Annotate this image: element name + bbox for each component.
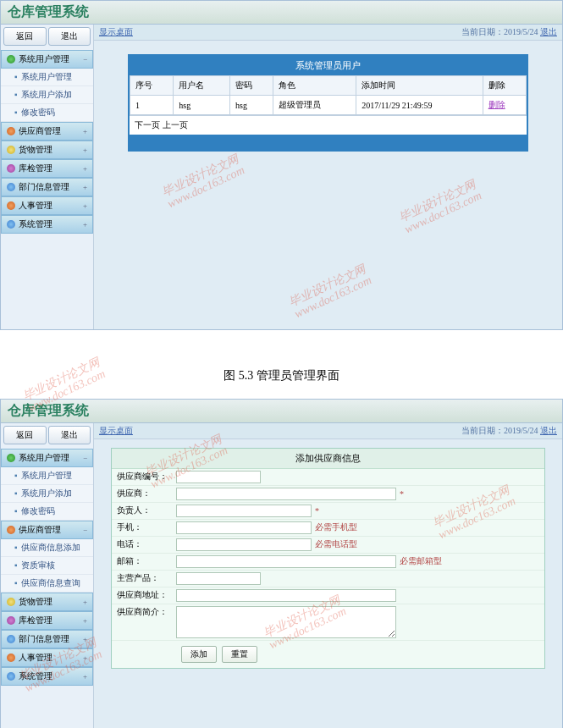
label-addr: 供应商地址： — [117, 589, 176, 601]
table-cell: 2017/11/29 21:49:59 — [356, 96, 483, 115]
nav-item[interactable]: 系统用户添加 — [1, 485, 93, 503]
folder-icon — [7, 127, 15, 135]
nav-section-label: 库检管理 — [19, 163, 83, 174]
show-desktop-link[interactable]: 显示桌面 — [99, 425, 133, 437]
table-header: 序号 — [130, 76, 174, 96]
input-tel[interactable] — [176, 538, 312, 551]
logout-link[interactable]: 退出 — [540, 27, 557, 36]
nav-item[interactable]: 供应商信息添加 — [1, 539, 93, 557]
expand-icon: + — [83, 164, 87, 173]
expand-icon: + — [83, 201, 87, 210]
delete-link[interactable]: 删除 — [488, 100, 505, 109]
nav-item[interactable]: 修改密码 — [1, 503, 93, 521]
sidebar: 返回 退出 系统用户管理−系统用户管理系统用户添加修改密码供应商管理−供应商信息… — [1, 423, 94, 728]
label-tel: 电话： — [117, 538, 176, 550]
date-display: 当前日期：2019/5/24 退出 — [461, 26, 557, 38]
nav-section-head[interactable]: 供应商管理+ — [1, 122, 93, 141]
label-owner: 负责人： — [117, 505, 176, 516]
input-biz[interactable] — [176, 572, 261, 585]
input-code[interactable] — [176, 471, 261, 483]
nav-item[interactable]: 系统用户管理 — [1, 467, 93, 485]
watermark: 毕业设计论文网www.doc163.com — [287, 262, 373, 322]
nav-section-label: 货物管理 — [19, 144, 83, 156]
nav-section-head[interactable]: 人事管理+ — [1, 648, 93, 667]
table-row: 1hsghsg超级管理员2017/11/29 21:49:59删除 — [130, 96, 527, 115]
mobile-hint: 必需手机型 — [315, 521, 357, 533]
nav-section-head[interactable]: 系统用户管理− — [1, 449, 93, 467]
input-intro[interactable] — [176, 606, 396, 638]
nav-section-head[interactable]: 部门信息管理+ — [1, 630, 93, 648]
nav-section-label: 系统管理 — [19, 670, 83, 682]
main-area: 显示桌面 当前日期：2019/5/24 退出 系统管理员用户 序号用户名密码角色… — [94, 25, 562, 329]
nav-section-label: 库检管理 — [19, 615, 83, 626]
nav-item[interactable]: 系统用户添加 — [1, 86, 93, 104]
nav-section-head[interactable]: 系统管理+ — [1, 667, 93, 686]
show-desktop-link[interactable]: 显示桌面 — [99, 26, 133, 38]
input-addr[interactable] — [176, 589, 396, 602]
expand-icon: + — [83, 672, 87, 681]
expand-icon: + — [83, 654, 87, 662]
nav-section-head[interactable]: 部门信息管理+ — [1, 178, 93, 196]
app-window-supplier: 仓库管理系统 返回 退出 系统用户管理−系统用户管理系统用户添加修改密码供应商管… — [0, 399, 563, 728]
input-email[interactable] — [176, 555, 396, 568]
expand-icon: + — [83, 183, 87, 191]
nav-section-head[interactable]: 库检管理+ — [1, 611, 93, 630]
nav-section-label: 供应商管理 — [19, 524, 83, 536]
expand-icon: + — [83, 127, 87, 135]
nav-section-head[interactable]: 系统用户管理− — [1, 50, 93, 69]
sidebar: 返回 退出 系统用户管理−系统用户管理系统用户添加修改密码供应商管理+货物管理+… — [1, 25, 94, 329]
nav-section-label: 系统用户管理 — [19, 452, 83, 464]
reset-button[interactable]: 重置 — [222, 646, 257, 663]
nav-section-label: 货物管理 — [19, 596, 83, 608]
date-display: 当前日期：2019/5/24 退出 — [461, 425, 557, 437]
input-name[interactable] — [176, 488, 396, 500]
back-button[interactable]: 返回 — [3, 426, 47, 444]
nav-item[interactable]: 资质审核 — [1, 557, 93, 575]
expand-icon: + — [83, 616, 87, 625]
form-title: 添加供应商信息 — [112, 449, 544, 469]
pager[interactable]: 下一页 上一页 — [130, 115, 527, 135]
table-cell: 超级管理员 — [273, 96, 356, 115]
label-email: 邮箱： — [117, 555, 176, 567]
expand-icon: − — [83, 454, 87, 462]
panel-title: 系统管理员用户 — [130, 56, 527, 75]
add-button[interactable]: 添加 — [181, 646, 217, 663]
required-hint: * — [315, 506, 319, 516]
nav-section-head[interactable]: 货物管理+ — [1, 593, 93, 611]
panel-footer — [130, 135, 527, 150]
input-mobile[interactable] — [176, 521, 312, 534]
exit-button[interactable]: 退出 — [48, 27, 91, 46]
nav-item[interactable]: 系统用户管理 — [1, 69, 93, 86]
watermark: 毕业设计论文网www.doc163.com — [160, 152, 246, 212]
label-intro: 供应商简介： — [117, 606, 176, 618]
nav-section-head[interactable]: 货物管理+ — [1, 141, 93, 159]
label-biz: 主营产品： — [117, 572, 176, 584]
folder-icon — [7, 201, 15, 210]
nav-section-label: 部门信息管理 — [19, 633, 83, 645]
label-code: 供应商编号： — [117, 471, 176, 483]
folder-icon — [7, 146, 15, 154]
folder-icon — [7, 672, 15, 681]
app-window-admin: 仓库管理系统 返回 退出 系统用户管理−系统用户管理系统用户添加修改密码供应商管… — [0, 0, 563, 330]
table-header: 角色 — [273, 76, 356, 96]
input-owner[interactable] — [176, 505, 312, 517]
nav-item[interactable]: 供应商信息查询 — [1, 575, 93, 593]
exit-button[interactable]: 退出 — [48, 426, 91, 444]
table-cell: hsg — [230, 96, 273, 115]
nav-section-label: 系统管理 — [19, 218, 83, 230]
logout-link[interactable]: 退出 — [540, 426, 557, 435]
nav-item[interactable]: 修改密码 — [1, 104, 93, 122]
nav-section-head[interactable]: 库检管理+ — [1, 159, 93, 178]
expand-icon: − — [83, 526, 87, 534]
nav-section-head[interactable]: 人事管理+ — [1, 196, 93, 215]
nav-section-head[interactable]: 供应商管理− — [1, 521, 93, 539]
tel-hint: 必需电话型 — [315, 538, 357, 550]
email-hint: 必需邮箱型 — [400, 555, 442, 567]
main-area: 显示桌面 当前日期：2019/5/24 退出 添加供应商信息 供应商编号： 供应… — [94, 423, 562, 728]
figure-caption-1: 图 5.3 管理员管理界面 — [0, 356, 563, 399]
nav-section-label: 系统用户管理 — [19, 53, 83, 65]
back-button[interactable]: 返回 — [3, 27, 47, 46]
table-header: 密码 — [230, 76, 273, 96]
nav-section-head[interactable]: 系统管理+ — [1, 215, 93, 234]
expand-icon: − — [83, 55, 87, 63]
